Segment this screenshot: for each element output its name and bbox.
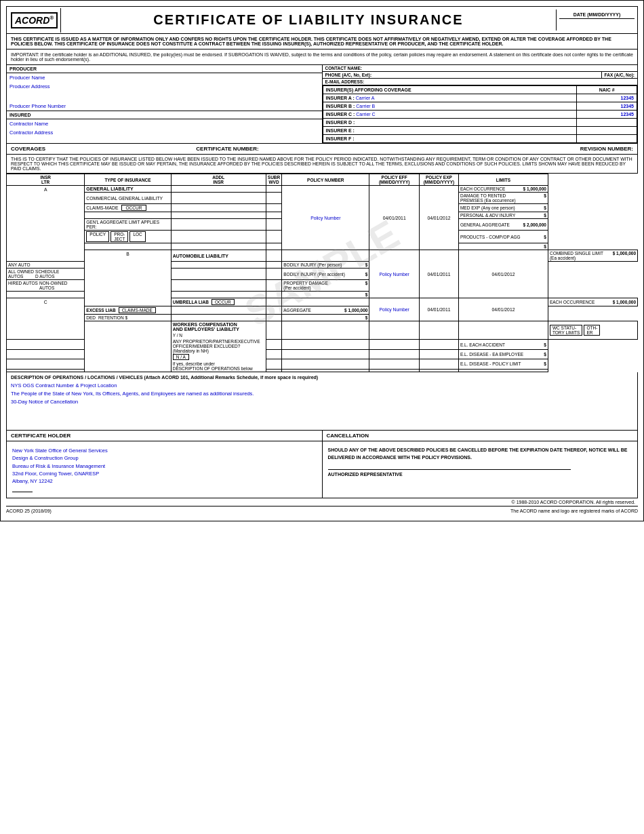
date-field: DATE (MM/DD/YYYY) — [556, 9, 637, 31]
auto-blank-type — [7, 292, 85, 298]
wc-subr4 — [266, 359, 281, 369]
gl-aggregate-type: GEN'L AGGREGATE LIMIT APPLIES PER: — [85, 219, 171, 231]
policy-proj-loc: POLICY PRO-JECT LOC — [86, 231, 169, 242]
phone-fax-row: PHONE (A/C, No, Ext): FAX (A/C, No): — [323, 72, 638, 79]
wc-addl4 — [7, 359, 85, 369]
gl-aggregate-subr — [266, 219, 281, 231]
insurer-a-name: Carrier A — [356, 96, 375, 100]
products-label: PRODUCTS - COMP/OP AGG — [460, 235, 521, 239]
contact-name-section: CONTACT NAME: — [323, 65, 638, 71]
gl-commercial-addl — [171, 193, 266, 204]
umbrella-policy-num: Policy Number — [380, 307, 409, 312]
auto-any-subr — [266, 262, 281, 269]
gl-blank-limit: $ — [458, 243, 548, 250]
insurer-table-header: INSURER(S) AFFORDING COVERAGE NAIC # — [323, 86, 637, 94]
cert-holder-line3: Bureau of Risk & Insurance Management — [12, 462, 317, 470]
coverages-title: COVERAGES — [11, 146, 92, 152]
wc-insr-ltr — [85, 321, 171, 372]
wc-type: WORKERS COMPENSATIONAND EMPLOYERS' LIABI… — [171, 321, 266, 372]
umbrella-policy: Policy Number — [369, 298, 420, 321]
cancellation-label: CANCELLATION — [323, 431, 638, 441]
auto-type-label: AUTOMOBILE LIABILITY — [173, 254, 264, 258]
gl-commercial-type: COMMERCIAL GENERAL LIABILITY — [85, 193, 171, 204]
insurer-c-name: Carrier C — [356, 112, 375, 117]
gl-addl — [171, 186, 266, 193]
insurer-d-naic — [577, 119, 637, 127]
auto-owned-type: ALL OWNED AUTOS SCHEDULE D AUTOS — [7, 269, 85, 280]
auto-policy-num: Policy Number — [380, 272, 409, 277]
contact-row: CONTACT NAME: — [323, 65, 638, 72]
cancellation-section: CANCELLATION SHOULD ANY OF THE ABOVE DES… — [323, 431, 638, 498]
el-disease-policy-label: E.L. DISEASE - POLICY LIMIT — [460, 361, 521, 366]
auto-combined: COMBINED SINGLE LIMIT(Ea accident) $ 1,0… — [548, 250, 637, 262]
cert-holder-line5: Albany, NY 12242 — [12, 477, 317, 485]
right-column: CONTACT NAME: PHONE (A/C, No, Ext): FAX … — [323, 65, 638, 143]
ded-type: DED RETENTION $ — [85, 315, 171, 321]
insurer-f-label: INSURER F : — [323, 135, 577, 143]
logo-text: ACORD® — [15, 15, 54, 26]
wc-policy — [369, 321, 420, 340]
gl-products: PRODUCTS - COMP/OP AGG $ — [458, 231, 548, 243]
auto-insr-ltr: B — [85, 250, 171, 306]
naic-label: NAIC # — [577, 86, 637, 94]
owned-schedule: ALL OWNED AUTOS SCHEDULE D AUTOS — [8, 269, 83, 279]
acord-logo: ACORD® — [11, 12, 58, 28]
th-addl: ADDLINSR — [171, 174, 266, 186]
auto-bodily-person: BODILY INJURY (Per person) $ — [282, 262, 369, 269]
ded-label: DED — [86, 315, 96, 320]
rev-num-label: REVISION NUMBER: — [363, 146, 633, 152]
insurer-b-naic: 12345 — [577, 102, 637, 111]
claims-made-excess: CLAIMS-MADE — [119, 307, 156, 313]
auto-blank-subr — [266, 292, 281, 298]
auto-policy: Policy Number — [369, 250, 420, 298]
cert-holder-line4: 32nd Floor, Corning Tower, GNARESP — [12, 470, 317, 477]
footer: ACORD 25 (2018/09) The ACORD name and lo… — [6, 506, 638, 515]
umbrella-subr — [282, 298, 369, 306]
coverages-description: THIS IS TO CERTIFY THAT THE POLICIES OF … — [6, 155, 638, 174]
date-value[interactable] — [559, 18, 635, 28]
auth-rep-section: AUTHORIZED REPRESENTATIVE — [328, 469, 632, 479]
property-val: $ — [365, 281, 368, 290]
ded-subr — [266, 315, 281, 321]
gl-policy-subr — [266, 231, 281, 243]
cert-holder-name: New York State Office of General Service… — [12, 447, 317, 454]
wc-el-disease-policy: E.L. DISEASE - POLICY LIMIT $ — [458, 359, 548, 369]
wc-statu-label: WC STATU-TORY LIMITS — [550, 325, 582, 336]
wc-eff2 — [369, 340, 420, 349]
excess-type: EXCESS LIAB CLAIMS-MADE — [85, 306, 171, 315]
gl-policy-type: POLICY PRO-JECT LOC — [85, 231, 171, 243]
auto-blank-limit: $ — [282, 292, 369, 298]
desc-line1: NYS OGS Contract Number & Project Locati… — [11, 382, 633, 389]
gl-exp: 04/01/2012 — [419, 186, 458, 250]
each-occ-label: EACH OCCURRENCE — [460, 186, 505, 191]
page-title: CERTIFICATE OF LIABILITY INSURANCE — [61, 7, 556, 33]
important-box: IMPORTANT: If the certificate holder is … — [6, 49, 638, 65]
certificate-holder: CERTIFICATE HOLDER New York State Office… — [7, 431, 323, 498]
schedule-label: SCHEDULE — [35, 269, 59, 274]
th-subr: SUBRWVD — [266, 174, 281, 186]
occur-umbrella: OCCUR — [212, 299, 235, 305]
coverages-desc-text: THIS IS TO CERTIFY THAT THE POLICIES OF … — [11, 157, 632, 171]
gl-commercial-subr — [266, 193, 281, 204]
umbrella-exp: 04/01/2012 — [458, 298, 548, 321]
extra-policy — [282, 369, 369, 372]
auto-subr — [282, 250, 369, 262]
umbrella-agg-label: AGGREGATE — [283, 308, 311, 313]
insurer-row-b: INSURER B : Carrier B 12345 — [323, 102, 637, 111]
gl-blank-subr — [266, 243, 281, 250]
info-text: THIS CERTIFICATE IS ISSUED AS A MATTER O… — [11, 37, 611, 46]
umbrella-blank-val: $ — [365, 315, 368, 320]
wc-eff — [419, 321, 458, 340]
general-agg-val: $ 2,000,000 — [523, 222, 546, 227]
wc-exp4 — [419, 359, 458, 369]
autos-label: AUTOS — [8, 274, 34, 279]
wc-exp3 — [419, 349, 458, 359]
excess-addl — [171, 306, 266, 315]
wc-statu-tory: WC STATU-TORY LIMITS OTH-ER — [548, 321, 637, 340]
policy-box: POLICY — [86, 231, 109, 242]
trademark: The ACORD name and logo are registered m… — [510, 509, 638, 513]
extra-addl — [7, 369, 85, 372]
bodily-person-label: BODILY INJURY (Per person) — [283, 262, 342, 267]
gl-claims-addl — [171, 204, 266, 212]
excess-subr — [266, 306, 281, 315]
